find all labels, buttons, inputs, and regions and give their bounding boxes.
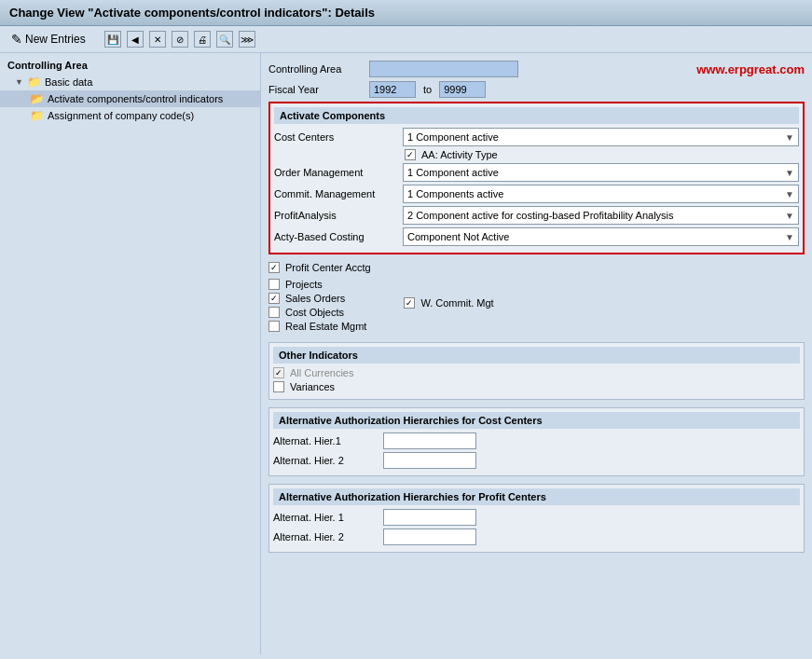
- commit-management-select[interactable]: 1 Components active ▼: [403, 185, 799, 203]
- dropdown-arrow: ▼: [785, 168, 794, 178]
- w-commit-mgt-label: W. Commit. Mgt: [420, 297, 493, 309]
- alt-hier-profit-centers-2-input[interactable]: [383, 529, 476, 545]
- activate-components-section: Activate Components Cost Centers 1 Compo…: [268, 102, 805, 254]
- dropdown-arrow: ▼: [785, 211, 794, 221]
- order-management-value: 1 Component active: [407, 167, 499, 178]
- alt-hier-profit-centers-2-label: Alternat. Hier. 2: [273, 531, 376, 542]
- watermark: www.erpgreat.com: [696, 62, 805, 76]
- cost-centers-select[interactable]: 1 Component active ▼: [403, 128, 799, 146]
- projects-label: Projects: [285, 279, 323, 290]
- main-content: Controlling Area ▼ 📁 Basic data 📂 Activa…: [0, 53, 812, 654]
- other-indicators-header: Other Indicators: [273, 347, 800, 364]
- cost-objects-checkbox[interactable]: [268, 307, 280, 318]
- order-management-label: Order Management: [274, 167, 395, 178]
- dropdown-arrow: ▼: [785, 189, 794, 199]
- folder-icon: 📁: [30, 109, 44, 122]
- acty-based-costing-row: Acty-Based Costing Component Not Active …: [274, 227, 799, 246]
- find-icon[interactable]: 🔍: [216, 31, 233, 48]
- fiscal-year-label: Fiscal Year: [268, 84, 362, 95]
- sidebar-item-assignment[interactable]: 📁 Assignment of company code(s): [0, 107, 260, 124]
- cost-centers-label: Cost Centers: [274, 131, 395, 143]
- controlling-area-label: Controlling Area: [268, 63, 362, 75]
- sidebar-item-label: Assignment of company code(s): [48, 110, 194, 121]
- w-commit-mgt-checkbox[interactable]: [404, 297, 415, 309]
- aa-activity-type-row: AA: Activity Type: [274, 149, 799, 160]
- profit-center-row: Profit Center Acctg: [268, 262, 805, 273]
- alt-hier-cost-centers-section: Alternative Authorization Hierarchies fo…: [268, 407, 805, 476]
- all-currencies-checkbox: [273, 367, 284, 378]
- cost-objects-label: Cost Objects: [285, 307, 344, 318]
- left-checkboxes: Projects Sales Orders Cost Objects Real …: [268, 276, 366, 335]
- aa-activity-type-label: AA: Activity Type: [421, 149, 498, 160]
- commit-management-value: 1 Components active: [407, 188, 503, 199]
- real-estate-row: Real Estate Mgmt: [268, 321, 366, 332]
- sidebar-item-label: Activate components/control indicators: [48, 93, 223, 104]
- variances-label: Variances: [290, 381, 335, 392]
- cancel-icon[interactable]: ⊘: [172, 31, 188, 48]
- alt-hier-cost-centers-1-label: Alternat. Hier.1: [273, 435, 376, 446]
- sales-orders-checkbox[interactable]: [268, 293, 280, 304]
- fiscal-year-from-input[interactable]: [369, 81, 416, 98]
- acty-based-costing-label: Acty-Based Costing: [274, 231, 395, 242]
- alt-hier-profit-centers-1-label: Alternat. Hier. 1: [273, 512, 376, 523]
- sales-orders-row: Sales Orders: [268, 293, 366, 304]
- alt-hier-profit-centers-header: Alternative Authorization Hierarchies fo…: [273, 488, 800, 505]
- checkboxes-section: Profit Center Acctg Projects Sales Order…: [268, 262, 805, 335]
- new-entries-icon: ✎: [11, 32, 22, 47]
- alt-hier-cost-centers-header: Alternative Authorization Hierarchies fo…: [273, 412, 800, 429]
- sidebar-item-activate-components[interactable]: 📂 Activate components/control indicators: [0, 90, 260, 107]
- cost-centers-row: Cost Centers 1 Component active ▼: [274, 128, 799, 146]
- profit-analysis-select[interactable]: 2 Component active for costing-based Pro…: [403, 206, 799, 225]
- variances-checkbox[interactable]: [273, 381, 284, 392]
- alt-hier-profit-centers-1-input[interactable]: [383, 509, 476, 526]
- all-currencies-row: All Currencies: [273, 367, 800, 378]
- folder-icon: 📁: [27, 76, 41, 89]
- new-entries-button[interactable]: ✎ New Entries: [7, 30, 89, 48]
- save-icon[interactable]: 💾: [104, 31, 121, 48]
- profit-analysis-value: 2 Component active for costing-based Pro…: [407, 210, 674, 221]
- profit-analysis-row: ProfitAnalysis 2 Component active for co…: [274, 206, 799, 225]
- sidebar-item-label: Basic data: [45, 76, 92, 88]
- alt-hier-cost-centers-1-input[interactable]: [383, 432, 476, 449]
- expand-arrow: ▼: [15, 77, 23, 87]
- alt-hier-cost-centers-2-row: Alternat. Hier. 2: [273, 452, 800, 469]
- order-management-select[interactable]: 1 Component active ▼: [403, 163, 799, 182]
- sidebar-item-basic-data[interactable]: ▼ 📁 Basic data: [0, 74, 260, 90]
- cost-centers-value: 1 Component active: [407, 131, 499, 143]
- activate-components-header: Activate Components: [274, 107, 799, 124]
- alt-hier-profit-centers-2-row: Alternat. Hier. 2: [273, 529, 800, 545]
- dropdown-arrow: ▼: [785, 232, 794, 242]
- projects-checkbox[interactable]: [268, 279, 280, 290]
- real-estate-label: Real Estate Mgmt: [285, 321, 366, 332]
- title-text: Change View "Activate components/control…: [9, 6, 375, 20]
- checkboxes-columns: Projects Sales Orders Cost Objects Real …: [268, 276, 805, 335]
- content-area: Controlling Area www.erpgreat.com Fiscal…: [261, 53, 812, 654]
- fiscal-year-to-input[interactable]: [439, 81, 486, 98]
- sales-orders-label: Sales Orders: [285, 293, 345, 304]
- alt-hier-profit-centers-1-row: Alternat. Hier. 1: [273, 509, 800, 526]
- folder-open-icon: 📂: [30, 92, 44, 105]
- controlling-area-input[interactable]: [369, 61, 518, 77]
- profit-center-checkbox[interactable]: [268, 262, 280, 273]
- real-estate-checkbox[interactable]: [268, 321, 280, 332]
- new-entries-label: New Entries: [25, 33, 86, 46]
- aa-activity-type-checkbox[interactable]: [405, 149, 416, 160]
- acty-based-costing-select[interactable]: Component Not Active ▼: [403, 227, 799, 246]
- title-bar: Change View "Activate components/control…: [0, 0, 812, 26]
- alt-hier-cost-centers-1-row: Alternat. Hier.1: [273, 432, 800, 449]
- sidebar: Controlling Area ▼ 📁 Basic data 📂 Activa…: [0, 53, 261, 654]
- print-icon[interactable]: 🖨: [194, 31, 211, 48]
- acty-based-costing-value: Component Not Active: [407, 231, 509, 242]
- back-icon[interactable]: ◀: [127, 31, 144, 48]
- commit-management-label: Commit. Management: [274, 188, 395, 199]
- fiscal-year-row: Fiscal Year to: [268, 81, 805, 98]
- all-currencies-label: All Currencies: [290, 367, 353, 378]
- alt-hier-cost-centers-2-input[interactable]: [383, 452, 476, 469]
- exit-icon[interactable]: ✕: [149, 31, 166, 48]
- profit-center-label: Profit Center Acctg: [285, 262, 371, 273]
- alt-hier-profit-centers-section: Alternative Authorization Hierarchies fo…: [268, 484, 805, 553]
- find-next-icon[interactable]: ⋙: [239, 31, 255, 48]
- dropdown-arrow: ▼: [785, 132, 794, 143]
- commit-management-row: Commit. Management 1 Components active ▼: [274, 185, 799, 203]
- order-management-row: Order Management 1 Component active ▼: [274, 163, 799, 182]
